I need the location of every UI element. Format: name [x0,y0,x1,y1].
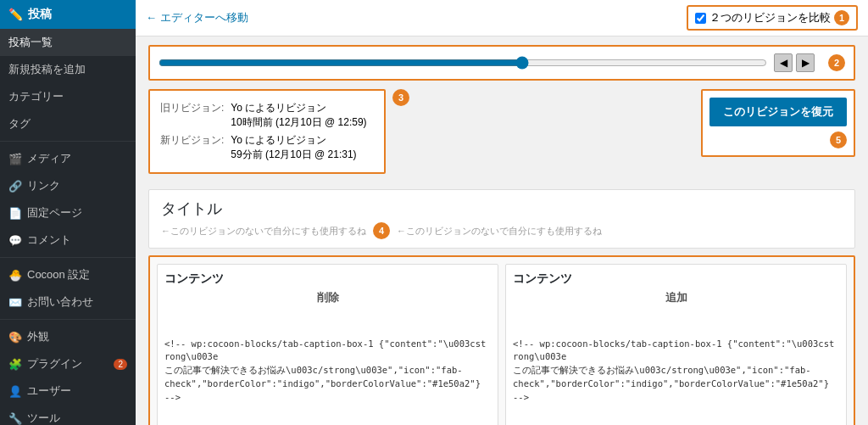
add-post-label: 新規投稿を追加 [8,62,86,77]
slider-controls: ◀ ▶ [774,53,815,72]
badge-2: 2 [828,54,845,71]
links-icon: 🔗 [8,180,22,193]
revision-slider[interactable] [159,56,767,70]
revision-info-section: 旧リビジョン: Yo によるリビジョン 10時間前 (12月10日 @ 12:5… [148,89,386,174]
title-subtitle-left: ←このリビジョンのないで自分にすも使用するね [161,225,366,238]
tools-label: ツール [27,411,60,425]
divider-2 [0,257,136,258]
links-label: リンク [27,178,60,193]
cocoon-label: Cocoon 設定 [27,267,90,282]
badge-3: 3 [392,89,409,106]
inquiry-icon: ✉️ [8,296,22,309]
plugins-badge: 2 [114,359,127,370]
topbar: ← エディターへ移動 ２つのリビジョンを比較 1 [136,0,868,36]
badge-1: 1 [834,10,849,25]
diff-col-delete: コンテンツ 削除 <!-- wp:cocoon-blocks/tab-capti… [157,264,498,425]
sidebar-item-tag[interactable]: タグ [0,110,136,137]
old-revision-label: 旧リビジョン: [160,99,231,131]
badge-5: 5 [830,131,847,148]
sidebar-item-fixed-page[interactable]: 📄 固定ページ [0,199,136,226]
title-section: タイトル ←このリビジョンのないで自分にすも使用するね 4 ←このリビジョンのな… [148,189,855,249]
inquiry-label: お問い合わせ [27,294,93,310]
editor-link[interactable]: ← エディターへ移動 [146,10,248,25]
sidebar: ✏️ 投稿 投稿一覧 新規投稿を追加 カテゴリー タグ 🎬 メディア 🔗 リンク… [0,0,136,425]
media-label: メディア [27,151,71,166]
restore-button[interactable]: このリビジョンを復元 [709,98,847,126]
content-area: ◀ ▶ 2 旧リビジョン: Yo によるリビジョン 10時間前 (12月10日 … [136,36,868,425]
sidebar-item-category[interactable]: カテゴリー [0,83,136,110]
slider-prev[interactable]: ◀ [774,53,793,72]
users-icon: 👤 [8,385,22,398]
sidebar-item-appearance[interactable]: 🎨 外観 [0,323,136,350]
posts-icon: ✏️ [8,8,23,21]
appearance-icon: 🎨 [8,331,22,344]
compare-checkbox-input[interactable] [695,13,706,24]
comment-icon: 💬 [8,234,22,247]
diff-unchanged-left: <!-- wp:cocoon-blocks/tab-caption-box-1 … [164,338,491,405]
restore-section: このリビジョンを復元 5 [701,89,855,157]
comment-label: コメント [27,232,71,248]
sidebar-item-comment[interactable]: 💬 コメント [0,226,136,254]
diff-delete-title: 削除 [164,290,491,305]
sidebar-item-media[interactable]: 🎬 メディア [0,145,136,172]
tools-icon: 🔧 [8,412,22,425]
posts-list-label: 投稿一覧 [8,35,53,50]
main-area: ← エディターへ移動 ２つのリビジョンを比較 1 ◀ ▶ 2 [136,0,868,425]
diff-unchanged-right: <!-- wp:cocoon-blocks/tab-caption-box-1 … [513,338,839,405]
divider-1 [0,141,136,142]
divider-3 [0,319,136,320]
sidebar-top[interactable]: ✏️ 投稿 [0,0,136,29]
cocoon-icon: 🐣 [8,269,22,282]
diff-text-right: <!-- wp:cocoon-blocks/tab-caption-box-1 … [513,310,839,425]
sidebar-top-label: 投稿 [28,7,52,22]
compare-checkbox-container[interactable]: ２つのリビジョンを比較 1 [687,5,858,31]
users-label: ユーザー [27,383,71,399]
badge-4: 4 [373,222,390,239]
fixed-page-label: 固定ページ [27,205,82,221]
new-revision-label: 新リビジョン: [160,131,231,164]
sidebar-item-plugins[interactable]: 🧩 プラグイン 2 [0,350,136,377]
media-icon: 🎬 [8,153,22,165]
slider-next[interactable]: ▶ [796,53,815,72]
sidebar-item-users[interactable]: 👤 ユーザー [0,377,136,405]
tag-label: タグ [8,116,31,131]
sidebar-item-cocoon[interactable]: 🐣 Cocoon 設定 [0,261,136,288]
sidebar-item-tools[interactable]: 🔧 ツール [0,405,136,425]
category-label: カテゴリー [8,89,64,104]
diff-section: コンテンツ 削除 <!-- wp:cocoon-blocks/tab-capti… [148,255,855,425]
plugins-icon: 🧩 [8,358,22,371]
plugins-label: プラグイン [27,356,82,372]
diff-content-label-left: コンテンツ [164,271,491,287]
sidebar-item-add-post[interactable]: 新規投稿を追加 [0,56,136,83]
diff-col-add: コンテンツ 追加 <!-- wp:cocoon-blocks/tab-capti… [505,264,847,425]
title-subtitle-right: ←このリビジョンのないで自分にすも使用するね [397,225,602,238]
sidebar-item-inquiry[interactable]: ✉️ お問い合わせ [0,288,136,316]
appearance-label: 外観 [27,329,49,344]
diff-add-title: 追加 [513,290,839,305]
revision-header-row: 旧リビジョン: Yo によるリビジョン 10時間前 (12月10日 @ 12:5… [148,89,855,182]
fixed-page-icon: 📄 [8,207,22,220]
new-revision-value: Yo によるリビジョン 59分前 (12月10日 @ 21:31) [231,131,373,164]
compare-label: ２つのリビジョンを比較 [709,10,831,25]
revision-slider-section: ◀ ▶ 2 [148,45,855,81]
sidebar-item-posts-list[interactable]: 投稿一覧 [0,29,136,56]
old-revision-value: Yo によるリビジョン 10時間前 (12月10日 @ 12:59) [231,99,373,131]
title-heading: タイトル [161,199,843,219]
sidebar-item-links[interactable]: 🔗 リンク [0,172,136,199]
diff-text-left: <!-- wp:cocoon-blocks/tab-caption-box-1 … [164,310,491,425]
diff-content-label-right: コンテンツ [513,271,839,287]
